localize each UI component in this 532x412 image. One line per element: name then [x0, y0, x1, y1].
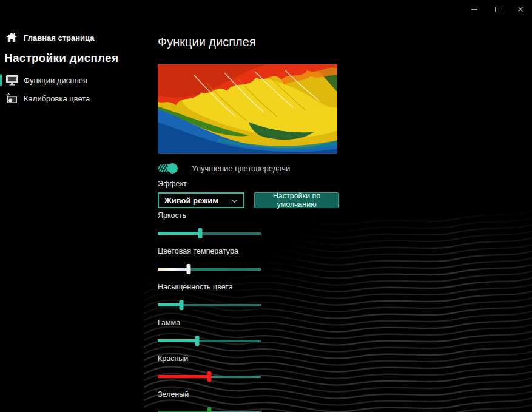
slider-thumb[interactable] — [207, 371, 212, 382]
app-window: ✕ Главная страница Настройки дисплея — [0, 0, 532, 412]
red-slider[interactable] — [158, 371, 261, 382]
slider-thumb[interactable] — [207, 407, 212, 412]
chevron-down-icon — [231, 195, 238, 206]
toggle-knob — [167, 163, 178, 174]
saturation-slider-group: Насыщенность цвета — [158, 283, 261, 310]
effect-dropdown-value: Живой режим — [164, 196, 218, 205]
close-button[interactable]: ✕ — [509, 0, 532, 18]
sidebar-item-label: Функции дисплея — [24, 76, 87, 85]
maximize-icon — [495, 7, 500, 12]
color-enhancement-row: Улучшение цветопередачи — [158, 163, 290, 174]
slider-thumb[interactable] — [187, 264, 191, 274]
close-icon: ✕ — [517, 5, 524, 14]
brightness-slider-group: Яркость — [158, 211, 261, 238]
color-enhancement-label: Улучшение цветопередачи — [192, 164, 290, 173]
slider-label: Красный — [158, 354, 261, 363]
slider-label: Насыщенность цвета — [158, 283, 261, 292]
effect-controls-row: Живой режим Настройки по умолчанию — [158, 192, 339, 208]
slider-fill — [158, 303, 181, 306]
red-slider-group: Красный — [158, 354, 261, 382]
maximize-button[interactable] — [486, 0, 509, 18]
monitor-icon — [5, 75, 18, 86]
slider-fill — [158, 339, 197, 342]
gamma-slider[interactable] — [158, 336, 261, 346]
sidebar-item-display-functions[interactable]: Функции дисплея — [0, 71, 149, 89]
effect-dropdown[interactable]: Живой режим — [158, 192, 244, 208]
slider-fill — [158, 268, 189, 271]
color-temperature-slider[interactable] — [158, 264, 261, 274]
slider-label: Гамма — [158, 319, 261, 328]
slider-fill — [158, 375, 209, 378]
sidebar-item-label: Калибровка цвета — [24, 94, 90, 103]
slider-thumb[interactable] — [180, 300, 184, 310]
slider-fill — [158, 232, 200, 235]
gamma-slider-group: Гамма — [158, 319, 261, 346]
effect-label: Эффект — [158, 180, 187, 189]
sidebar-menu: Функции дисплея Калибровка цвета — [0, 71, 149, 107]
sidebar-section-title: Настройки дисплея — [4, 52, 149, 65]
main-content: Функции дисплея — [158, 29, 340, 412]
color-temperature-slider-group: Цветовая температура — [158, 247, 261, 274]
minimize-icon — [471, 9, 477, 10]
parrot-feathers-image — [158, 64, 337, 154]
page-title: Функции дисплея — [158, 34, 256, 50]
slider-label: Зеленый — [158, 390, 261, 399]
sidebar-item-home[interactable]: Главная страница — [0, 32, 149, 44]
sidebar-home-label: Главная страница — [24, 33, 94, 42]
green-slider[interactable] — [158, 407, 261, 412]
brightness-slider[interactable] — [158, 228, 261, 238]
slider-label: Яркость — [158, 211, 261, 220]
color-enhancement-toggle[interactable] — [158, 164, 177, 172]
sidebar: Главная страница Настройки дисплея Функц… — [0, 0, 149, 412]
saturation-slider[interactable] — [158, 300, 261, 310]
slider-thumb[interactable] — [198, 228, 202, 238]
slider-thumb[interactable] — [195, 336, 199, 346]
sidebar-item-color-calibration[interactable]: Калибровка цвета — [0, 89, 149, 107]
minimize-button[interactable] — [463, 0, 486, 18]
slider-label: Цветовая температура — [158, 247, 261, 256]
default-settings-button[interactable]: Настройки по умолчанию — [254, 192, 339, 208]
home-icon — [5, 33, 18, 42]
green-slider-group: Зеленый — [158, 390, 261, 412]
titlebar: ✕ — [463, 0, 532, 18]
color-calibration-icon — [5, 93, 18, 104]
